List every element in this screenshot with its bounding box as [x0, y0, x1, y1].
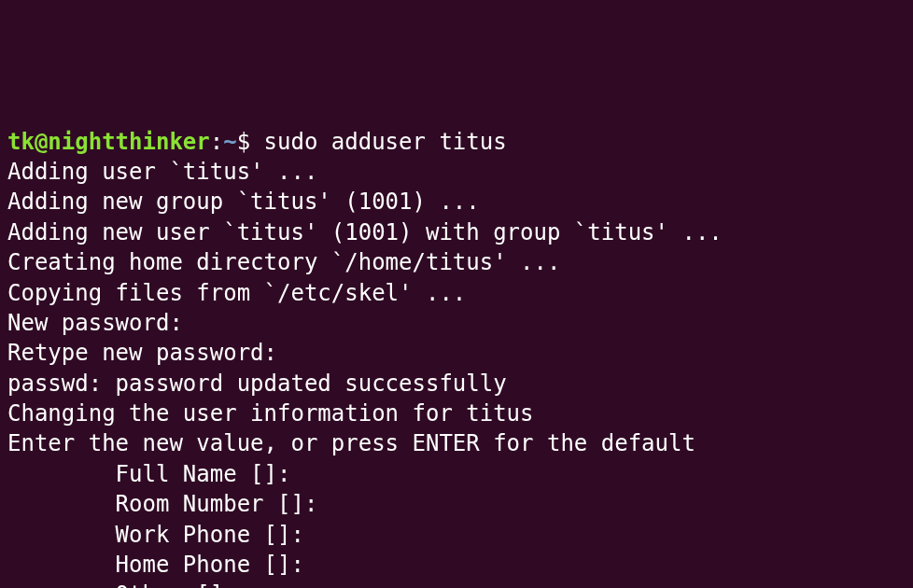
output-line: Creating home directory `/home/titus' ..… [7, 247, 906, 277]
terminal[interactable]: tk@nightthinker:~$ sudo adduser titusAdd… [7, 127, 906, 588]
command-text: sudo adduser titus [264, 129, 507, 155]
prompt-path: ~ [223, 129, 236, 155]
output-line: Full Name []: [7, 459, 906, 489]
output-line: Work Phone []: [7, 520, 906, 550]
prompt-separator: : [210, 129, 223, 155]
output-line: Changing the user information for titus [7, 399, 906, 428]
output-line: Retype new password: [7, 338, 906, 368]
prompt-line: tk@nightthinker:~$ sudo adduser titus [7, 127, 906, 157]
output-line: Home Phone []: [7, 550, 906, 580]
output-line: Copying files from `/etc/skel' ... [7, 278, 906, 308]
prompt-user-host: tk@nightthinker [7, 129, 210, 155]
output-line: Adding user `titus' ... [7, 157, 906, 187]
output-line: Other []: [7, 580, 906, 588]
output-line: New password: [7, 308, 906, 338]
output-line: passwd: password updated successfully [7, 369, 906, 399]
output-line: Room Number []: [7, 489, 906, 519]
prompt-dollar: $ [237, 129, 264, 155]
output-line: Adding new user `titus' (1001) with grou… [7, 217, 906, 247]
output-line: Enter the new value, or press ENTER for … [7, 428, 906, 458]
output-line: Adding new group `titus' (1001) ... [7, 187, 906, 217]
